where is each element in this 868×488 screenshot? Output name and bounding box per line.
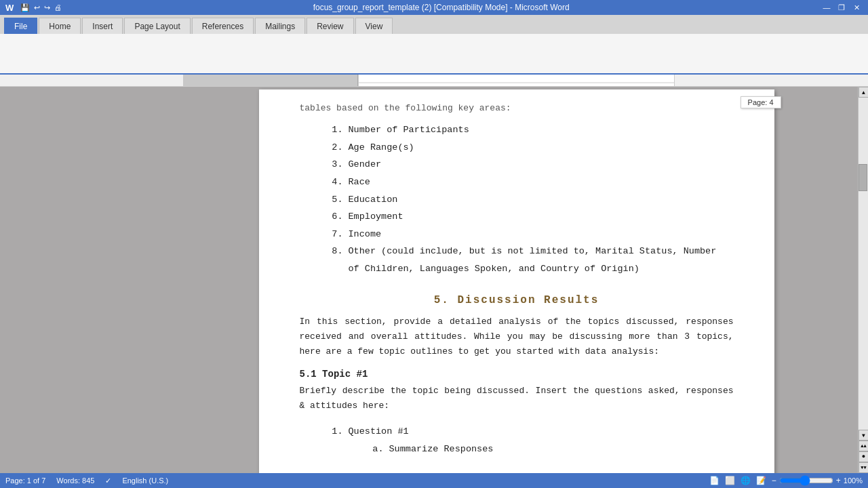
zoom-out-button[interactable]: −: [772, 476, 776, 485]
zoom-in-button[interactable]: +: [836, 476, 841, 485]
undo-icon[interactable]: ↩: [34, 3, 40, 12]
scroll-track[interactable]: [859, 98, 868, 430]
tab-home[interactable]: Home: [39, 18, 81, 34]
zoom-control[interactable]: − + 100%: [772, 475, 863, 486]
list-item: 2. Age Range(s): [327, 139, 734, 157]
title-bar: W 💾 ↩ ↪ 🖨 focus_group_report_template (2…: [0, 0, 868, 15]
view-fullscreen-icon[interactable]: ⬜: [725, 476, 735, 485]
window-controls[interactable]: — ❐ ✕: [821, 2, 863, 13]
list-item: 5. Education: [327, 191, 734, 209]
scroll-thumb[interactable]: [859, 164, 867, 191]
tab-page-layout[interactable]: Page Layout: [124, 18, 190, 34]
tab-insert[interactable]: Insert: [82, 18, 123, 34]
view-web-icon[interactable]: 🌐: [741, 476, 751, 485]
document-page: Page: 4 tables based on the following ke…: [259, 89, 774, 473]
section-5-body: In this section, provide a detailed anal…: [300, 314, 734, 359]
save-icon[interactable]: 💾: [20, 3, 30, 12]
ruler-inner: [358, 75, 675, 86]
redo-icon[interactable]: ↪: [44, 3, 50, 12]
ribbon-content: [0, 34, 868, 75]
quick-access-toolbar[interactable]: W 💾 ↩ ↪ 🖨: [5, 3, 62, 13]
scroll-prev-page-button[interactable]: ▲▲: [859, 441, 868, 451]
zoom-slider[interactable]: [779, 475, 833, 486]
right-scrollbar[interactable]: ▲ ▼ ▲▲ ● ▼▼: [858, 87, 868, 473]
list-item: 6. Employment: [327, 208, 734, 226]
left-sidebar: [0, 87, 175, 473]
scroll-down-button[interactable]: ▼: [859, 430, 868, 441]
list-item: 1. Number of Participants: [327, 121, 734, 139]
status-left: Page: 1 of 7 Words: 845 ✓ English (U.S.): [5, 476, 168, 485]
ruler: [0, 75, 868, 87]
list-item: 7. Income: [327, 226, 734, 243]
svg-rect-0: [359, 75, 674, 87]
section-51-heading: 5.1 Topic #1: [300, 369, 734, 380]
view-draft-icon[interactable]: 📝: [756, 476, 766, 485]
list-item: 8. Other (could include, but is not limi…: [327, 243, 734, 277]
main-area: Page: 4 tables based on the following ke…: [0, 87, 868, 473]
tab-mailings[interactable]: Mailings: [255, 18, 305, 34]
tab-references[interactable]: References: [192, 18, 254, 34]
status-bar: Page: 1 of 7 Words: 845 ✓ English (U.S.)…: [0, 473, 868, 488]
word-count: Words: 845: [56, 476, 94, 485]
scroll-next-page-button[interactable]: ▼▼: [859, 462, 868, 473]
document-area: Page: 4 tables based on the following ke…: [175, 87, 858, 473]
scroll-up-button[interactable]: ▲: [859, 87, 868, 98]
numbered-list: 1. Number of Participants 2. Age Range(s…: [327, 121, 734, 278]
top-text: tables based on the following key areas:: [300, 103, 734, 113]
sub-sub-list-item: a. Summarize Responses: [368, 441, 734, 458]
tab-review[interactable]: Review: [307, 18, 353, 34]
sub-list: 1. Question #1: [327, 423, 734, 441]
tab-view[interactable]: View: [355, 18, 393, 34]
status-right: 📄 ⬜ 🌐 📝 − + 100%: [709, 475, 863, 486]
window-title: focus_group_report_template (2) [Compati…: [62, 3, 821, 12]
ribbon-tabs: File Home Insert Page Layout References …: [0, 15, 868, 34]
page-count: Page: 1 of 7: [5, 476, 45, 485]
word-icon: W: [5, 3, 14, 13]
minimize-button[interactable]: —: [821, 2, 833, 13]
scroll-select-browse-button[interactable]: ●: [859, 451, 868, 462]
section-51-body: Briefly describe the topic being discuss…: [300, 384, 734, 413]
zoom-level: 100%: [844, 476, 863, 485]
sub-sub-list: a. Summarize Responses: [368, 441, 734, 458]
list-item: 4. Race: [327, 174, 734, 191]
section-5-heading: 5. Discussion Results: [300, 294, 734, 306]
tab-file[interactable]: File: [4, 18, 37, 34]
sub-list-item: 1. Question #1: [327, 423, 734, 441]
spell-check-icon[interactable]: ✓: [105, 476, 111, 485]
close-button[interactable]: ✕: [850, 2, 863, 13]
restore-button[interactable]: ❐: [835, 2, 848, 13]
language-indicator[interactable]: English (U.S.): [122, 476, 168, 485]
page-indicator: Page: 4: [741, 96, 781, 108]
view-print-icon[interactable]: 📄: [709, 476, 719, 485]
list-item: 3. Gender: [327, 156, 734, 174]
print-icon[interactable]: 🖨: [54, 3, 62, 12]
